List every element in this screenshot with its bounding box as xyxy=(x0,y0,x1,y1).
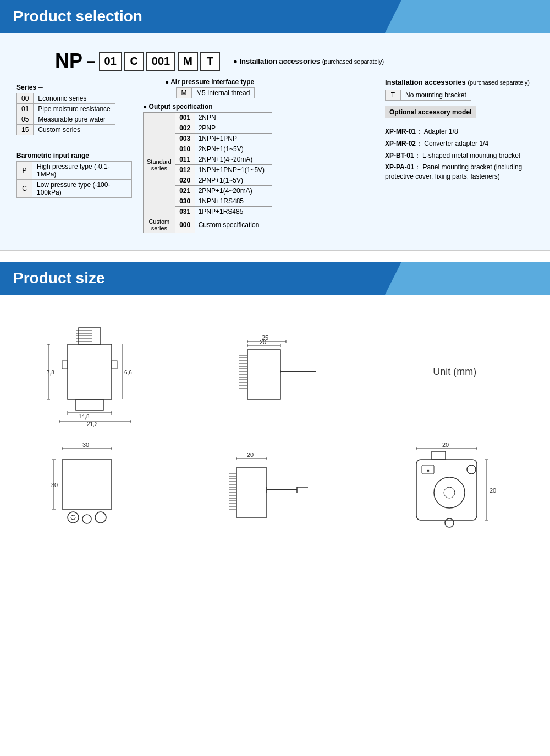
out-desc-010: 2NPN+1(1~5V) xyxy=(195,144,272,154)
install-row-t: T No mounting bracket xyxy=(386,90,471,101)
product-size-title: Product size xyxy=(13,269,105,286)
svg-text:21,2: 21,2 xyxy=(87,421,98,427)
size-diagram-4: 30 30 xyxy=(11,438,180,548)
size-svg-2: 25 20 xyxy=(220,317,330,427)
out-code-000: 000 xyxy=(175,217,195,233)
out-code-030: 030 xyxy=(175,196,195,207)
model-box-t: T xyxy=(200,52,220,71)
product-selection-title: Product selection xyxy=(13,8,142,25)
svg-text:30: 30 xyxy=(82,442,89,448)
product-selection-header: Product selection xyxy=(0,0,550,33)
svg-text:20: 20 xyxy=(442,442,449,448)
svg-rect-0 xyxy=(68,344,112,399)
series-desc-00: Economic series xyxy=(34,93,115,104)
out-desc-002: 2PNP xyxy=(195,123,272,134)
model-arrow-right: ● Installation accessories (purchased se… xyxy=(233,57,384,65)
series-code-05: 05 xyxy=(17,114,34,125)
acc-code-mr01: XP-MR-01： xyxy=(385,128,422,135)
baro-desc-c: Low pressure type (-100-100kPa) xyxy=(32,180,132,198)
custom-series-cell: Customseries xyxy=(144,217,175,233)
baro-row-p: P High pressure type (-0.1-1MPa) xyxy=(17,162,132,180)
model-box-01: 01 xyxy=(99,52,122,71)
series-row-00: 00 Economic series xyxy=(17,93,116,104)
air-pressure-label: ● Air pressure interface type xyxy=(165,78,380,86)
air-row-m: M M5 Internal thread xyxy=(177,88,255,98)
svg-rect-8 xyxy=(112,361,117,369)
out-desc-001: 2NPN xyxy=(195,113,272,123)
out-code-031: 031 xyxy=(175,207,195,217)
optional-label: Optional accessory model xyxy=(385,106,476,118)
barometric-label: Barometric input range ─ xyxy=(16,152,132,159)
svg-text:20: 20 xyxy=(260,339,266,345)
series-row-15: 15 Custom series xyxy=(17,125,116,135)
model-box-m: M xyxy=(178,52,198,71)
svg-rect-85 xyxy=(432,451,446,460)
series-code-01: 01 xyxy=(17,104,34,114)
out-code-001: 001 xyxy=(175,113,195,123)
output-spec-label: ● Output specification xyxy=(143,103,380,111)
svg-text:20: 20 xyxy=(247,451,254,458)
series-row-05: 05 Measurable pure water xyxy=(17,114,116,125)
out-desc-000: Custom specification xyxy=(195,217,272,233)
standard-series-cell: Standardseries xyxy=(144,113,175,217)
accessory-item-bt01: XP-BT-01： L-shaped metal mounting bracke… xyxy=(385,151,539,161)
installation-table: T No mounting bracket xyxy=(385,90,471,101)
svg-text:■: ■ xyxy=(425,468,430,473)
install-desc-t: No mounting bracket xyxy=(401,90,471,101)
model-np: NP xyxy=(55,49,82,73)
accessory-item-mr02: XP-MR-02： Converter adapter 1/4 xyxy=(385,139,539,148)
output-row-000: Customseries 000 Custom specification xyxy=(144,217,272,233)
installation-title: Installation accessories (purchased sepa… xyxy=(385,78,539,86)
size-diagram-2: 25 20 xyxy=(191,317,360,427)
product-size-header: Product size xyxy=(0,262,550,295)
output-spec-table: Standardseries 001 2NPN 002 2PNP 003 1NP… xyxy=(143,112,272,233)
svg-text:30: 30 xyxy=(51,482,58,488)
svg-point-50 xyxy=(71,515,75,520)
product-size-area: 7,8 6,6 14,8 21,2 xyxy=(0,295,550,559)
out-code-011: 011 xyxy=(175,154,195,165)
baro-code-c: C xyxy=(17,180,32,198)
svg-rect-61 xyxy=(237,468,267,517)
size-diagram-1: 7,8 6,6 14,8 21,2 xyxy=(11,317,180,427)
size-svg-6: ■ 20 20 xyxy=(405,438,504,548)
model-diagram: NP – 01 C 001 M T ● Installation accesso… xyxy=(55,49,539,73)
out-desc-020: 2PNP+1(1~5V) xyxy=(195,175,272,186)
air-desc-m: M5 Internal thread xyxy=(192,88,255,98)
acc-code-bt01: XP-BT-01： xyxy=(385,152,421,159)
model-dash: – xyxy=(87,52,96,70)
series-code-00: 00 xyxy=(17,93,34,104)
series-table: 00 Economic series 01 Pipe moisture resi… xyxy=(16,93,116,135)
svg-point-51 xyxy=(82,515,91,523)
size-diagram-5: 20 xyxy=(191,438,360,548)
output-row-001: Standardseries 001 2NPN xyxy=(144,113,272,123)
svg-text:6,6: 6,6 xyxy=(124,369,132,376)
size-diagram-unit: Unit (mm) xyxy=(370,317,539,427)
unit-label: Unit (mm) xyxy=(433,317,476,427)
acc-code-mr02: XP-MR-02： xyxy=(385,140,422,147)
size-svg-5: 20 xyxy=(220,438,330,548)
out-desc-031: 1PNP+1RS485 xyxy=(195,207,272,217)
model-box-001: 001 xyxy=(146,52,175,71)
size-svg-1: 7,8 6,6 14,8 21,2 xyxy=(46,317,145,427)
out-code-010: 010 xyxy=(175,144,195,154)
series-desc-15: Custom series xyxy=(34,125,115,135)
out-code-021: 021 xyxy=(175,186,195,196)
size-diagram-6: ■ 20 20 xyxy=(370,438,539,548)
series-row-01: 01 Pipe moisture resistance xyxy=(17,104,116,114)
acc-desc-bt01: L-shaped metal mounting bracket xyxy=(422,152,520,159)
accessories-list: XP-MR-01： Adapter 1/8 XP-MR-02： Converte… xyxy=(385,127,539,181)
svg-rect-48 xyxy=(62,460,112,509)
barometric-table: P High pressure type (-0.1-1MPa) C Low p… xyxy=(16,161,132,198)
installation-section: Installation accessories (purchased sepa… xyxy=(385,78,539,181)
svg-text:14,8: 14,8 xyxy=(79,413,90,420)
acc-desc-mr01: Adapter 1/8 xyxy=(424,128,458,135)
baro-code-p: P xyxy=(17,162,32,180)
air-code-m: M xyxy=(177,88,192,98)
svg-point-49 xyxy=(68,512,79,523)
install-code-t: T xyxy=(386,90,401,101)
acc-code-pa01: XP-PA-01： xyxy=(385,163,421,171)
svg-text:7,8: 7,8 xyxy=(47,369,54,376)
air-pressure-table: M M5 Internal thread xyxy=(176,87,255,98)
out-desc-003: 1NPN+1PNP xyxy=(195,134,272,144)
model-box-c: C xyxy=(124,52,144,71)
